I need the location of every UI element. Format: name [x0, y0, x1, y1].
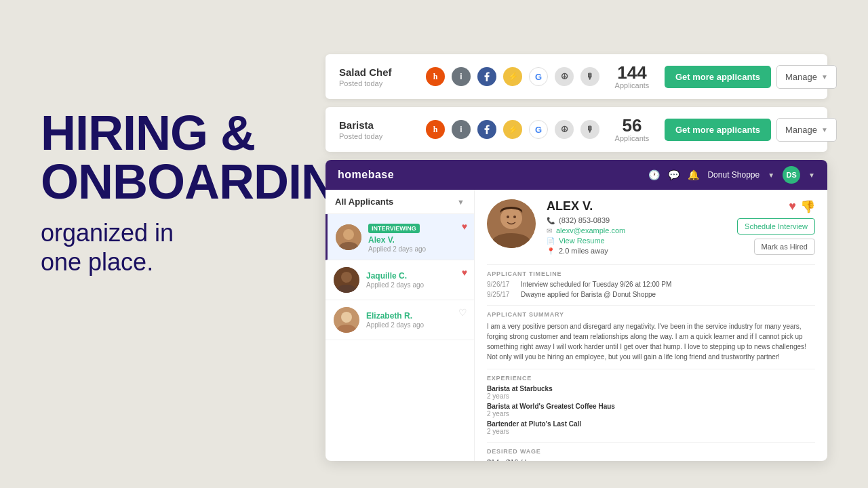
google-icon-2: G [529, 120, 548, 139]
applicant-detail: ALEX V. 📞 (832) 853-0839 ✉ alexv@example… [475, 190, 827, 461]
company-dropdown-icon[interactable]: ▼ [768, 171, 774, 179]
user-dropdown-icon[interactable]: ▼ [808, 171, 815, 179]
phone-icon: 📞 [547, 217, 555, 224]
indeed-icon-2: i [452, 120, 471, 139]
job-icons: h i ⚡ G ☮ 🎙 [426, 67, 599, 86]
chat-icon[interactable]: 💬 [668, 169, 679, 180]
get-more-applicants-button-2[interactable]: Get more applicants [665, 119, 771, 141]
exp-title-0: Barista at Starbucks [487, 385, 815, 392]
manage-label-2: Manage [785, 125, 817, 135]
resume-row: 📄 View Resume [547, 237, 625, 245]
indeed-icon: i [452, 67, 471, 86]
exp-title-1: Barista at World's Greatest Coffee Haus [487, 403, 815, 410]
experience-list: Barista at Starbucks 2 years Barista at … [487, 385, 815, 435]
svg-point-7 [500, 207, 522, 229]
detail-info: 📞 (832) 853-0839 ✉ alexv@example.com 📄 V… [547, 216, 625, 255]
chevron-down-icon-2: ▼ [821, 126, 828, 134]
bell-icon[interactable]: 🔔 [688, 169, 699, 180]
email-row: ✉ alexv@example.com [547, 226, 625, 235]
schedule-interview-button[interactable]: Schedule Interview [737, 218, 815, 235]
manage-label: Manage [785, 72, 817, 82]
applicant-count: 144 Applicants [612, 64, 652, 89]
timeline: 9/26/17 Interview scheduled for Tuesday … [487, 281, 815, 298]
applicant-item-alex[interactable]: INTERVIEWING Alex V. Applied 2 days ago … [326, 214, 474, 260]
heart-icon-alex[interactable]: ♥ [462, 221, 467, 232]
mic-icon: 🎙 [580, 67, 599, 86]
applicant-list: All Applicants ▼ INTERVIEWING Alex [326, 190, 475, 461]
facebook-icon-2 [477, 120, 496, 139]
facebook-icon [477, 67, 496, 86]
detail-info-block: ALEX V. 📞 (832) 853-0839 ✉ alexv@example… [547, 199, 625, 255]
job-title-2: Barista [339, 119, 414, 131]
exp-title-2: Bartender at Pluto's Last Call [487, 420, 815, 428]
google-icon: G [529, 67, 548, 86]
applicant-avatar-alex [336, 224, 361, 250]
detail-thumbsdown-icon[interactable]: 👎 [800, 199, 815, 214]
phone-row: 📞 (832) 853-0839 [547, 216, 625, 224]
distance-row: 📍 2.0 miles away [547, 247, 625, 255]
svg-point-5 [341, 312, 352, 323]
summary-section-label: APPLICANT SUMMARY [487, 305, 815, 318]
heart-outline-elizabeth[interactable]: ♡ [458, 307, 467, 318]
header-icons: 🕐 💬 🔔 Donut Shoppe ▼ DS ▼ [648, 166, 815, 184]
phone-number: (832) 853-0839 [559, 216, 610, 224]
mark-as-hired-button[interactable]: Mark as Hired [754, 239, 815, 255]
list-header: All Applicants ▼ [326, 190, 474, 214]
svg-point-3 [341, 272, 352, 283]
zip-recruiter-icon-2: ⚡ [503, 120, 522, 139]
company-name: Donut Shoppe [707, 170, 760, 180]
job-info-2: Barista Posted today [339, 119, 414, 140]
applicant-applied-elizabeth: Applied 2 days ago [366, 321, 466, 329]
list-header-title: All Applicants [335, 197, 393, 207]
detail-actions: ♥ 👎 Schedule Interview Mark as Hired [737, 199, 815, 255]
applicant-details-alex: INTERVIEWING Alex V. Applied 2 days ago [368, 221, 466, 253]
timeline-row-1: 9/25/17 Dwayne applied for Barista @ Don… [487, 291, 815, 298]
job-icons-2: h i ⚡ G ☮ 🎙 [426, 120, 599, 139]
manage-button-1[interactable]: Manage ▼ [776, 65, 837, 89]
applicant-applied-alex: Applied 2 days ago [368, 245, 466, 253]
zip-recruiter-icon: ⚡ [503, 67, 522, 86]
applicant-avatar-jaquille [334, 267, 359, 293]
email-link[interactable]: alexv@example.com [556, 226, 625, 235]
clock-icon[interactable]: 🕐 [648, 169, 660, 180]
applicant-item-jaquille[interactable]: Jaquille C. Applied 2 days ago ♥ [326, 260, 474, 300]
applicant-name-jaquille: Jaquille C. [366, 271, 466, 281]
job-card-barista: Barista Posted today h i ⚡ G ☮ 🎙 56 Appl… [326, 107, 827, 152]
timeline-text-1: Dwayne applied for Barista @ Donut Shopp… [521, 291, 656, 298]
mic-icon-2: 🎙 [580, 120, 599, 139]
experience-section-label: EXPERIENCE [487, 369, 815, 382]
resume-link[interactable]: View Resume [559, 237, 605, 245]
detail-header: ALEX V. 📞 (832) 853-0839 ✉ alexv@example… [487, 199, 815, 255]
status-badge-alex: INTERVIEWING [368, 224, 420, 233]
list-dropdown-icon[interactable]: ▼ [457, 198, 465, 206]
exp-item-2: Bartender at Pluto's Last Call 2 years [487, 420, 815, 435]
summary-text: I am a very positive person and disregar… [487, 321, 815, 362]
timeline-date-1: 9/25/17 [487, 291, 514, 298]
applicant-name-alex: Alex V. [368, 235, 466, 245]
homebase-body: All Applicants ▼ INTERVIEWING Alex [326, 190, 827, 461]
exp-item-1: Barista at World's Greatest Coffee Haus … [487, 403, 815, 418]
hero-title: HIRING &ONBOARDING [41, 108, 326, 206]
homebase-logo: homebase [338, 169, 394, 181]
applicant-name-elizabeth: Elizabeth R. [366, 311, 466, 321]
user-avatar[interactable]: DS [783, 166, 800, 184]
applicant-details-jaquille: Jaquille C. Applied 2 days ago [366, 271, 466, 289]
svg-point-1 [343, 229, 354, 240]
job-info: Salad Chef Posted today [339, 66, 414, 87]
count-label-2: Applicants [612, 134, 652, 142]
applicant-count-2: 56 Applicants [612, 117, 652, 142]
heart-icon-jaquille[interactable]: ♥ [462, 267, 467, 278]
manage-button-2[interactable]: Manage ▼ [776, 118, 837, 142]
detail-heart-icon[interactable]: ♥ [789, 199, 796, 214]
wage-section-label: DESIRED WAGE [487, 442, 815, 455]
count-number: 144 [612, 64, 652, 81]
right-panel: Salad Chef Posted today h i ⚡ G ☮ 🎙 144 … [326, 54, 827, 461]
get-more-applicants-button-1[interactable]: Get more applicants [665, 66, 771, 88]
hero-subtitle: organized inone place. [41, 218, 326, 277]
timeline-section-label: APPLICANT TIMELINE [487, 264, 815, 277]
applicant-details-elizabeth: Elizabeth R. Applied 2 days ago [366, 311, 466, 329]
exp-duration-0: 2 years [487, 392, 815, 400]
peace-icon-2: ☮ [555, 120, 574, 139]
applicant-item-elizabeth[interactable]: Elizabeth R. Applied 2 days ago ♡ [326, 300, 474, 340]
detail-avatar [487, 199, 536, 248]
